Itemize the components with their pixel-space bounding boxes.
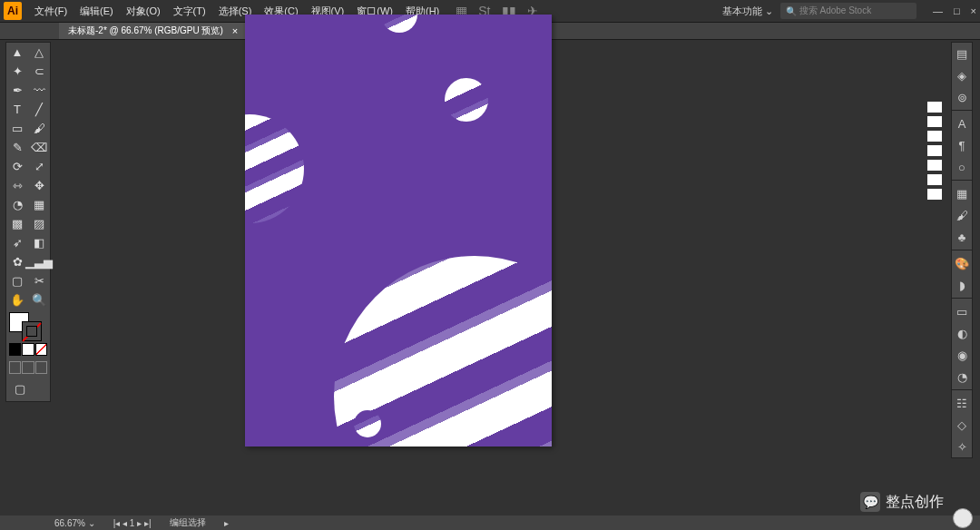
zoom-level[interactable]: 66.67% ⌄ [54, 518, 95, 528]
curvature-tool[interactable]: 〰 [28, 81, 50, 100]
status-label: 编组选择 [170, 516, 206, 529]
character-panel-icon[interactable]: A [952, 113, 972, 134]
menu-edit[interactable]: 编辑(E) [74, 1, 119, 22]
line-tool[interactable]: ╱ [28, 100, 50, 119]
wand-tool[interactable]: ✦ [6, 62, 28, 81]
menu-file[interactable]: 文件(F) [29, 1, 73, 22]
draw-behind[interactable] [22, 361, 34, 374]
graph-tool[interactable]: ▁▃▅ [28, 252, 50, 271]
shape-builder-tool[interactable]: ◔ [6, 195, 28, 214]
draw-normal[interactable] [9, 361, 21, 374]
layers-panel-icon[interactable]: ◈ [952, 64, 972, 86]
menu-object[interactable]: 对象(O) [121, 1, 166, 22]
toolbox: ▲△✦⊂✒〰T╱▭🖌✎⌫⟳⤢⇿✥◔▦▩▨➶◧✿▁▃▅▢✂✋🔍 ▢ [5, 42, 51, 402]
color-panel-icon[interactable]: 🎨 [952, 252, 972, 274]
status-play-icon[interactable]: ▸ [224, 518, 229, 528]
sphere-mid-right[interactable] [445, 78, 488, 122]
right-panel-dock: ▤◈⊚A¶○▦🖌♣🎨◗▭◐◉◔☷◇✧ [951, 42, 973, 458]
white-chip[interactable] [927, 160, 942, 171]
perspective-tool[interactable]: ▦ [28, 195, 50, 214]
tab-title: 未标题-2* @ 66.67% (RGB/GPU 预览) [68, 25, 223, 37]
symbols-panel-icon[interactable]: ♣ [952, 226, 972, 248]
stroke-panel-icon[interactable]: ▭ [952, 300, 972, 322]
align-panel-icon[interactable]: ☷ [952, 392, 972, 414]
gradient-tool[interactable]: ▨ [28, 214, 50, 233]
width-tool[interactable]: ⇿ [6, 176, 28, 195]
eraser-tool[interactable]: ⌫ [28, 138, 50, 157]
white-chip[interactable] [927, 174, 942, 185]
sphere-top[interactable] [381, 15, 417, 33]
type-tool[interactable]: T [6, 100, 28, 119]
search-input[interactable]: 🔍 搜索 Adobe Stock [780, 3, 916, 19]
white-chip[interactable] [927, 131, 942, 142]
transform-panel-icon[interactable]: ✧ [952, 436, 972, 457]
shaper-tool[interactable]: ✎ [6, 138, 28, 157]
tab-close-button[interactable]: × [232, 25, 238, 36]
document-tab[interactable]: 未标题-2* @ 66.67% (RGB/GPU 预览) × [59, 23, 247, 39]
direct-select-tool[interactable]: △ [28, 43, 50, 62]
artboard-tool[interactable]: ▢ [6, 271, 28, 290]
rotate-tool[interactable]: ⟳ [6, 157, 28, 176]
selection-tool[interactable]: ▲ [6, 43, 28, 62]
window-controls: — □ × [933, 5, 976, 16]
transparency-panel-icon[interactable]: ◐ [952, 322, 972, 344]
color-guide-panel-icon[interactable]: ◗ [952, 274, 972, 296]
rect-tool[interactable]: ▭ [6, 119, 28, 138]
mini-swatches [9, 343, 47, 356]
blend-tool[interactable]: ◧ [28, 233, 50, 252]
white-chip[interactable] [927, 102, 942, 113]
white-chip-stack [927, 102, 942, 200]
workspace-switcher[interactable]: 基本功能 ⌄ [722, 5, 773, 18]
watermark: 💬 整点创作 [860, 492, 944, 512]
menu-type[interactable]: 文字(T) [168, 1, 211, 22]
sphere-small-bottom[interactable] [354, 410, 381, 437]
lasso-tool[interactable]: ⊂ [28, 62, 50, 81]
free-tool[interactable]: ✥ [28, 176, 50, 195]
status-bar: 66.67% ⌄ |◂ ◂ 1 ▸ ▸| 编组选择 ▸ [0, 515, 980, 530]
paragraph-panel-icon[interactable]: ¶ [952, 134, 972, 156]
brush-tool[interactable]: 🖌 [28, 119, 50, 138]
mini-sw-white[interactable] [22, 343, 34, 356]
slice-tool[interactable]: ✂ [28, 271, 50, 290]
pathfinder-panel-icon[interactable]: ◇ [952, 414, 972, 436]
brushes-panel-icon[interactable]: 🖌 [952, 204, 972, 226]
mini-sw-none[interactable] [35, 343, 47, 356]
properties-panel-icon[interactable]: ▤ [952, 43, 972, 64]
close-button[interactable]: × [971, 5, 976, 16]
eyedropper-tool[interactable]: ➶ [6, 233, 28, 252]
fill-stroke-swatch[interactable] [9, 312, 42, 341]
scale-tool[interactable]: ⤢ [28, 157, 50, 176]
artboard-nav[interactable]: |◂ ◂ 1 ▸ ▸| [113, 518, 152, 528]
white-chip[interactable] [927, 189, 942, 200]
minimize-button[interactable]: — [933, 5, 943, 16]
stroke-swatch[interactable] [22, 321, 42, 341]
draw-modes [9, 361, 47, 374]
appearance-panel-icon[interactable]: ◉ [952, 344, 972, 366]
wechat-icon: 💬 [860, 492, 880, 512]
pen-tool[interactable]: ✒ [6, 81, 28, 100]
cc-libraries-panel-icon[interactable]: ⊚ [952, 86, 972, 108]
chevron-down-icon: ⌄ [765, 5, 773, 16]
sphere-left[interactable] [245, 114, 304, 223]
white-chip[interactable] [927, 145, 942, 156]
search-icon: 🔍 [786, 6, 797, 16]
zoom-tool[interactable]: 🔍 [28, 290, 50, 309]
artboard[interactable] [245, 15, 552, 447]
mini-sw-black[interactable] [9, 343, 21, 356]
hand-tool[interactable]: ✋ [6, 290, 28, 309]
screen-mode[interactable]: ▢ [9, 379, 31, 398]
avatar [953, 508, 973, 528]
maximize-button[interactable]: □ [954, 5, 960, 16]
glyphs-panel-icon[interactable]: ○ [952, 156, 972, 178]
graphic-styles-panel-icon[interactable]: ◔ [952, 366, 972, 388]
mesh-tool[interactable]: ▩ [6, 214, 28, 233]
swatches-panel-icon[interactable]: ▦ [952, 182, 972, 204]
app-logo: Ai [4, 2, 22, 20]
draw-inside[interactable] [35, 361, 47, 374]
white-chip[interactable] [927, 116, 942, 127]
